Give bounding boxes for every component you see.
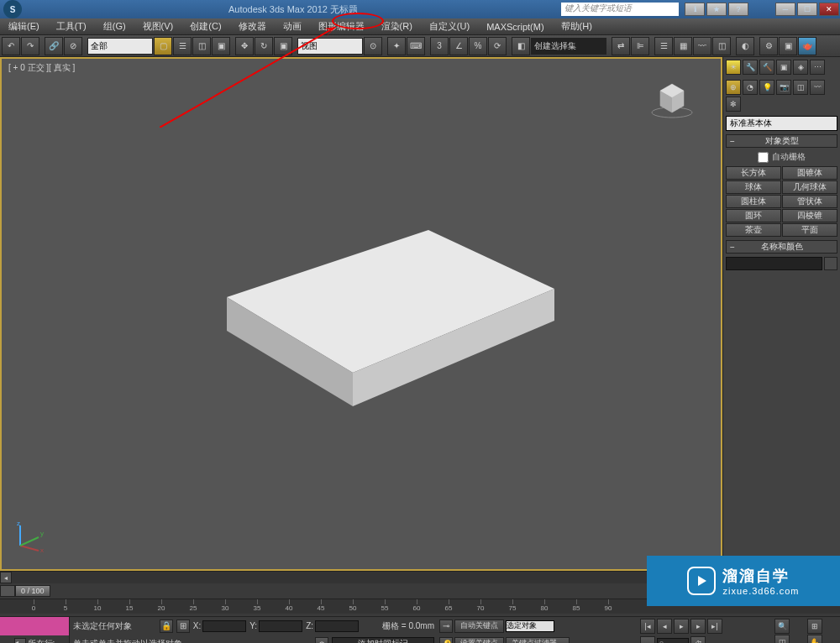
btn-cone[interactable]: 圆锥体 [782,166,837,180]
btn-torus[interactable]: 圆环 [726,209,781,222]
star-icon[interactable]: ★ [706,3,727,16]
menu-graph[interactable]: 图形编辑器 [310,20,373,33]
unlink-button[interactable]: ⊘ [64,37,82,55]
ref-coord-dropdown[interactable] [297,38,363,55]
help-icon[interactable]: ? [728,3,748,16]
goto-end-button[interactable]: ▸| [707,619,722,634]
curve-editor-button[interactable]: 〰 [693,37,711,55]
tool-icon[interactable]: 🔧 [743,60,758,75]
angle-snap-button[interactable]: ∠ [449,37,468,55]
y-input[interactable] [259,620,302,632]
render-setup-button[interactable]: ⚙ [759,37,778,55]
btn-box[interactable]: 长方体 [726,166,781,180]
autokey-button[interactable]: 自动关键点 [454,619,504,633]
time-config-button[interactable]: ⏱ [690,636,706,643]
spinner-snap-button[interactable]: ⟳ [488,37,507,55]
nav-fov-icon[interactable]: ◫ [774,635,790,643]
move-button[interactable]: ✥ [235,37,254,55]
pivot-button[interactable]: ⊙ [364,37,382,55]
nav-zoom-icon[interactable]: 🔍 [774,619,790,634]
window-crossing-button[interactable]: ▣ [212,37,230,55]
minimize-button[interactable]: ─ [775,3,795,16]
rollout-name-color[interactable]: 名称和颜色 [726,240,837,254]
time-tag-icon[interactable]: ⊕ [315,637,328,643]
close-button[interactable]: ✕ [819,3,839,16]
maximize-button[interactable]: ☐ [797,3,817,16]
util-icon[interactable]: ◈ [793,60,808,75]
select-region-button[interactable]: ◫ [192,37,211,55]
named-selection-dropdown[interactable] [531,38,606,55]
rotate-button[interactable]: ↻ [255,37,273,55]
frame-indicator[interactable]: 0 / 100 [15,585,50,597]
create-tab[interactable]: ⊕ [726,80,741,95]
graphite-button[interactable]: ▦ [674,37,692,55]
menu-maxscript[interactable]: MAXScript(M) [478,22,552,32]
link-button[interactable]: 🔗 [45,37,63,55]
app-icon[interactable]: S [3,0,22,18]
prev-frame-button[interactable]: ◂ [657,619,672,634]
hammer-icon[interactable]: 🔨 [759,60,774,75]
primitive-type-dropdown[interactable] [726,116,837,131]
autogrid-checkbox[interactable] [758,152,769,163]
menu-customize[interactable]: 自定义(U) [421,20,478,33]
material-editor-button[interactable]: ◐ [736,37,754,55]
viewcube[interactable] [648,74,696,121]
goto-start-button[interactable]: |◂ [640,619,655,634]
time-config-icon[interactable] [0,585,15,597]
btn-cylinder[interactable]: 圆柱体 [726,195,781,208]
key-mode-button[interactable]: ⊸ [640,636,655,643]
light-icon[interactable]: ☀ [726,60,741,75]
play-button[interactable]: ▸ [674,619,689,634]
viewport[interactable]: [ + 0 正交 ][ 真实 ] z x y [0,57,722,571]
space-warps-tab[interactable]: 〰 [810,80,825,95]
key-icon[interactable]: 🔑 [439,637,453,643]
cameras-tab[interactable]: 📷 [776,80,791,95]
rendered-frame-button[interactable]: ▣ [779,37,797,55]
btn-tube[interactable]: 管状体 [782,195,837,208]
more-icon[interactable]: ⋯ [810,60,825,75]
help-search-input[interactable]: 键入关键字或短语 [561,3,679,16]
menu-tools[interactable]: 工具(T) [48,20,95,33]
menu-group[interactable]: 组(G) [95,20,134,33]
manipulate-button[interactable]: ✦ [387,37,406,55]
menu-animation[interactable]: 动画 [275,20,310,33]
nav-zoomall-icon[interactable]: ⊞ [807,619,822,634]
transform-mode-icon[interactable]: ⊞ [176,619,190,633]
schematic-button[interactable]: ◫ [712,37,731,55]
mirror-button[interactable]: ⇄ [612,37,630,55]
shapes-tab[interactable]: ◔ [743,80,758,95]
percent-snap-button[interactable]: % [469,37,487,55]
btn-geosphere[interactable]: 几何球体 [782,180,837,194]
setkey-button[interactable]: 设置关键点 [454,637,504,643]
lock-selection-icon[interactable]: 🔒 [160,619,173,633]
script-mini-listener[interactable] [0,617,69,635]
x-input[interactable] [202,620,246,632]
systems-tab[interactable]: ✻ [726,97,741,112]
menu-create[interactable]: 创建(C) [181,20,229,33]
undo-button[interactable]: ↶ [2,37,20,55]
btn-plane[interactable]: 平面 [782,223,837,237]
snap-button[interactable]: 3 [430,37,449,55]
btn-teapot[interactable]: 茶壶 [726,223,781,237]
next-frame-button[interactable]: ▸ [690,619,706,634]
selection-filter-dropdown[interactable] [87,38,153,55]
keyfilter-button[interactable]: 关键点过滤器... [506,637,570,643]
render-button[interactable]: 🫖 [798,37,816,55]
select-name-button[interactable]: ☰ [173,37,192,55]
layer-button[interactable]: ☰ [654,37,673,55]
menu-modifiers[interactable]: 修改器 [230,20,275,33]
btn-pyramid[interactable]: 四棱锥 [782,209,837,222]
display-icon[interactable]: ▣ [776,60,791,75]
scale-button[interactable]: ▣ [274,37,292,55]
viewport-label[interactable]: [ + 0 正交 ][ 真实 ] [8,62,75,74]
keyboard-button[interactable]: ⌨ [407,37,425,55]
scroll-left-button[interactable]: ◂ [0,572,12,583]
menu-edit[interactable]: 编辑(E) [0,20,48,33]
info-icon[interactable]: ℹ [685,3,705,16]
script-toggle[interactable]: ◂ [14,638,26,643]
menu-help[interactable]: 帮助(H) [553,20,601,33]
z-input[interactable] [315,620,359,632]
current-frame-input[interactable] [657,638,689,643]
named-sel-button[interactable]: ◧ [512,37,530,55]
object-color-swatch[interactable] [824,257,837,270]
